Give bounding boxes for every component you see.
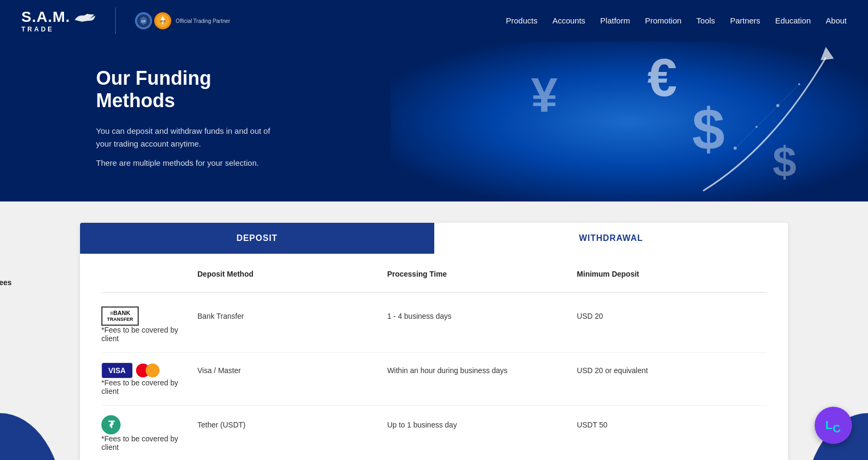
nav-item-accounts[interactable]: Accounts <box>552 16 585 26</box>
hero-body2: There are multiple methods for your sele… <box>96 157 277 170</box>
nav-item-about[interactable]: About <box>826 16 847 26</box>
svg-text:VCF: VCF <box>160 20 165 23</box>
col-header-fees: Fees <box>0 278 197 287</box>
table-row: ₮ Tether (USDT) Up to 1 business day USD… <box>101 406 767 460</box>
col-header-processing: Processing Time <box>387 270 577 278</box>
svg-text:C: C <box>832 422 841 435</box>
svg-marker-4 <box>821 47 834 60</box>
table-content: Deposit Method Processing Time Minimum D… <box>80 254 788 460</box>
cardiff-logo-icon: CF <box>136 13 151 28</box>
method-name-2: Visa / Master <box>197 366 387 375</box>
partner-label: Official Trading Partner <box>176 18 230 24</box>
hero-title: Our Funding Methods <box>96 67 277 112</box>
cardiff-badge: CF <box>135 12 152 29</box>
yen-symbol: ¥ <box>531 68 558 123</box>
svg-line-10 <box>756 106 778 127</box>
svg-text:L: L <box>825 418 832 432</box>
hero-content: Our Funding Methods You can deposit and … <box>0 46 373 197</box>
min-deposit-1: USD 20 <box>577 312 767 320</box>
tab-withdrawal[interactable]: WITHDRAWAL <box>434 223 789 254</box>
tabs-container: DEPOSIT WITHDRAWAL Deposit Method Proces… <box>80 223 788 460</box>
fees-2: *Fees to be covered by client <box>101 378 197 396</box>
method-name-3: Tether (USDT) <box>197 421 387 429</box>
hero-background: € ¥ $ $ <box>391 42 868 201</box>
min-deposit-2: USD 20 or equivalent <box>577 366 767 375</box>
table-row: VISA Visa / Master Within an hour during… <box>101 353 767 406</box>
hero-body1: You can deposit and withdraw funds in an… <box>96 125 277 150</box>
nav-item-education[interactable]: Education <box>775 16 811 26</box>
svg-line-9 <box>735 127 756 148</box>
visa-icon: VISA <box>101 362 133 378</box>
method-name-1: Bank Transfer <box>197 312 387 320</box>
nav-links: Products Accounts Platform Promotion Too… <box>506 16 847 26</box>
tether-icon: ₮ <box>101 415 121 434</box>
partner-logos: CF VCF <box>135 12 171 29</box>
col-header-minimum: Minimum Deposit <box>577 270 767 278</box>
logo-text: S.A.M. TRADE <box>21 9 96 33</box>
euro-symbol: € <box>647 47 677 108</box>
processing-time-3: Up to 1 business day <box>387 421 577 429</box>
svg-text:CF: CF <box>141 20 146 23</box>
main-content: DEPOSIT WITHDRAWAL Deposit Method Proces… <box>0 201 868 460</box>
valencia-badge: VCF <box>154 12 171 29</box>
navigation: S.A.M. TRADE CF <box>0 0 868 42</box>
valencia-logo-icon: VCF <box>155 13 170 28</box>
processing-time-2: Within an hour during business days <box>387 366 577 375</box>
mc-right <box>146 364 160 377</box>
chat-icon: L C <box>823 415 843 435</box>
fees-1: *Fees to be covered by client <box>101 326 197 343</box>
arrow-curve-icon <box>677 42 868 201</box>
visa-master-icon-cell: VISA <box>101 362 197 378</box>
tab-deposit[interactable]: DEPOSIT <box>80 223 434 254</box>
nav-item-products[interactable]: Products <box>506 16 537 26</box>
nav-divider <box>115 7 116 34</box>
table-row: ≡BANK TRANSFER Bank Transfer 1 - 4 busin… <box>101 297 767 353</box>
col-header-method: Deposit Method <box>197 270 387 278</box>
mastercard-icon <box>136 362 160 378</box>
tether-icon-cell: ₮ <box>101 415 197 434</box>
logo: S.A.M. TRADE CF <box>21 7 230 34</box>
bank-transfer-icon: ≡BANK TRANSFER <box>101 306 139 326</box>
bank-transfer-icon-cell: ≡BANK TRANSFER <box>101 306 197 326</box>
bank-icon-line2: TRANSFER <box>107 317 133 322</box>
nav-item-tools[interactable]: Tools <box>696 16 715 26</box>
table-headers: Deposit Method Processing Time Minimum D… <box>101 264 767 293</box>
bank-icon-line1: ≡BANK <box>107 310 133 317</box>
fees-3: *Fees to be covered by client <box>101 434 197 451</box>
nav-item-promotion[interactable]: Promotion <box>645 16 681 26</box>
processing-time-1: 1 - 4 business days <box>387 312 577 320</box>
nav-item-partners[interactable]: Partners <box>730 16 760 26</box>
hero-section: Our Funding Methods You can deposit and … <box>0 42 868 201</box>
tabs-header: DEPOSIT WITHDRAWAL <box>80 223 788 254</box>
col-header-icon <box>101 270 197 278</box>
nav-item-platform[interactable]: Platform <box>600 16 630 26</box>
shark-icon <box>75 12 96 25</box>
official-partner: CF VCF Official Trading Partner <box>135 12 230 29</box>
min-deposit-3: USDT 50 <box>577 421 767 429</box>
chat-widget[interactable]: L C <box>815 407 852 444</box>
